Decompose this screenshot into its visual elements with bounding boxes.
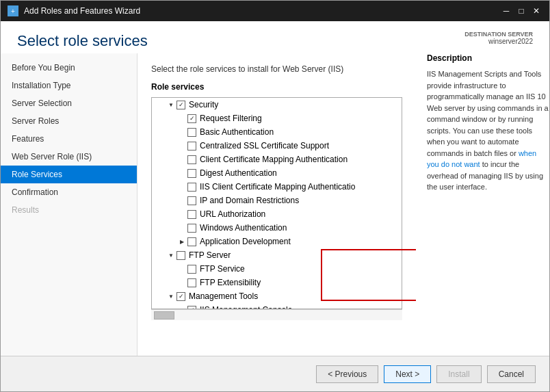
window-icon: + [8,5,18,16]
main-content: Select the role services to install for … [138,53,416,356]
role-services-title: Role services [151,82,402,92]
sidebar-item-confirmation[interactable]: Confirmation [1,183,137,201]
checkbox-ftp-server[interactable] [176,251,185,260]
checkbox-security[interactable] [176,101,185,109]
expander-app-dev[interactable] [176,236,187,247]
tree-item-request-filtering[interactable]: Request Filtering [152,112,402,125]
label-request-filtering: Request Filtering [200,114,262,123]
tree-item-digest-auth[interactable]: Digest Authentication [152,166,402,180]
install-button[interactable]: Install [436,365,481,383]
sidebar: Before You Begin Installation Type Serve… [1,53,138,356]
tree-item-ip-domain[interactable]: IP and Domain Restrictions [152,194,402,207]
label-client-cert: Client Certificate Mapping Authenticatio… [200,155,348,164]
label-ftp-server: FTP Server [189,250,231,260]
tree-item-centralized-ssl[interactable]: Centralized SSL Certificate Support [152,139,402,153]
tree-item-basic-auth[interactable]: Basic Authentication [152,125,402,139]
checkbox-request-filtering[interactable] [187,114,196,123]
checkbox-url-auth[interactable] [187,210,196,219]
label-ftp-ext: FTP Extensibility [200,278,261,287]
checkbox-app-dev[interactable] [187,237,196,246]
description-title: Description [427,53,549,63]
checkbox-mgmt-tools[interactable] [176,292,185,301]
checkbox-ftp-service[interactable] [187,265,196,274]
label-iis-mgmt-console: IIS Management Console [200,305,292,309]
tree-item-iis-client-cert[interactable]: IIS Client Certificate Mapping Authentic… [152,180,402,194]
window-controls: ─ □ ✕ [500,5,542,17]
expander-empty5 [176,168,187,179]
footer: < Previous Next > Install Cancel [1,356,549,391]
expander-empty4 [176,154,187,165]
sidebar-item-role-services[interactable]: Role Services [1,166,137,183]
sidebar-item-results: Results [1,201,137,219]
scrollbar-thumb-h[interactable] [154,311,174,319]
previous-button[interactable]: < Previous [316,365,378,383]
main-window: + Add Roles and Features Wizard ─ □ ✕ Se… [0,0,550,392]
minimize-button[interactable]: ─ [500,5,512,17]
label-mgmt-tools: Management Tools [189,291,258,301]
checkbox-centralized-ssl[interactable] [187,142,196,151]
label-app-dev: Application Development [200,237,291,246]
tree-item-client-cert[interactable]: Client Certificate Mapping Authenticatio… [152,153,402,166]
tree-item-security[interactable]: Security [152,98,402,112]
instruction-text: Select the role services to install for … [151,64,402,74]
expander-security[interactable] [166,99,176,110]
expander-empty3 [176,140,187,151]
checkbox-windows-auth[interactable] [187,224,196,233]
expander-ftp[interactable] [166,250,176,261]
checkbox-ftp-ext[interactable] [187,278,196,287]
cancel-button[interactable]: Cancel [487,365,536,383]
content-area: Before You Begin Installation Type Serve… [1,53,549,356]
sidebar-item-web-server-role[interactable]: Web Server Role (IIS) [1,148,137,166]
label-security: Security [189,100,218,109]
maximize-button[interactable]: □ [515,5,527,17]
checkbox-digest-auth[interactable] [187,169,196,178]
next-button[interactable]: Next > [384,365,431,383]
expander-empty11 [176,277,187,288]
label-digest-auth: Digest Authentication [200,168,277,178]
sidebar-item-before-you-begin[interactable]: Before You Begin [1,59,137,77]
label-iis-client-cert: IIS Client Certificate Mapping Authentic… [200,182,355,192]
tree-item-ftp-service[interactable]: FTP Service [152,262,402,276]
title-bar: + Add Roles and Features Wizard ─ □ ✕ [1,1,549,21]
label-ip-domain: IP and Domain Restrictions [200,196,299,205]
horizontal-scrollbar[interactable] [151,309,402,320]
tree-item-iis-mgmt-console[interactable]: IIS Management Console [152,303,402,309]
sidebar-item-server-selection[interactable]: Server Selection [1,94,137,112]
expander-empty12 [176,304,187,309]
tree-item-mgmt-tools[interactable]: Management Tools [152,289,402,303]
expander-empty8 [176,209,187,220]
expander-empty10 [176,263,187,274]
page-header: Select role services DESTINATION SERVER … [1,21,549,53]
expander-empty6 [176,181,187,192]
window-title: Add Roles and Features Wizard [24,6,500,16]
description-text: IIS Management Scripts and Tools provide… [427,68,549,193]
sidebar-item-server-roles[interactable]: Server Roles [1,112,137,130]
expander-mgmt[interactable] [166,291,176,302]
label-ftp-service: FTP Service [200,264,245,274]
sidebar-item-features[interactable]: Features [1,130,137,148]
checkbox-iis-client-cert[interactable] [187,183,196,192]
expander-empty7 [176,195,187,206]
role-services-tree[interactable]: Security Request Filtering Basic Authent… [151,97,402,309]
tree-item-windows-auth[interactable]: Windows Authentication [152,221,402,235]
checkbox-basic-auth[interactable] [187,128,196,137]
expander-empty [176,113,187,124]
tree-item-ftp-server[interactable]: FTP Server [152,248,402,262]
close-button[interactable]: ✕ [530,5,542,17]
label-url-auth: URL Authorization [200,209,265,219]
tree-item-ftp-ext[interactable]: FTP Extensibility [152,276,402,289]
label-basic-auth: Basic Authentication [200,127,274,137]
sidebar-item-installation-type[interactable]: Installation Type [1,77,137,94]
label-centralized-ssl: Centralized SSL Certificate Support [200,141,329,151]
tree-item-url-auth[interactable]: URL Authorization [152,207,402,221]
expander-empty9 [176,222,187,233]
checkbox-client-cert[interactable] [187,155,196,164]
description-highlight: when you do not want [427,149,536,169]
tree-wrapper: Security Request Filtering Basic Authent… [151,97,402,309]
checkbox-iis-mgmt-console[interactable] [187,306,196,310]
description-panel: Description IIS Management Scripts and T… [416,53,549,356]
checkbox-ip-domain[interactable] [187,196,196,205]
label-windows-auth: Windows Authentication [200,223,287,233]
tree-item-app-dev[interactable]: Application Development [152,235,402,248]
expander-empty2 [176,127,187,138]
